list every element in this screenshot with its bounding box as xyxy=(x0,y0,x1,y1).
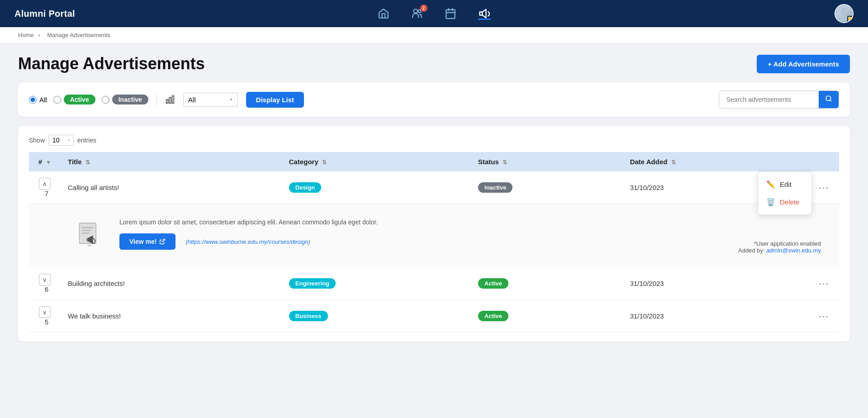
row-7-category-badge: Design xyxy=(289,182,321,193)
row-7-collapse-button[interactable]: ∧ xyxy=(39,178,51,190)
row-6-title: Building architects! xyxy=(61,267,282,300)
svg-rect-12 xyxy=(172,96,174,104)
row-7-actions-cell: ··· ✏️ Edit 🗑️ Delete xyxy=(809,171,839,204)
display-list-button[interactable]: Display List xyxy=(246,92,304,108)
row-7-more-button[interactable]: ··· xyxy=(816,181,832,194)
row-7-expanded-content-cell: AD Lorem ipsum dolor sit amet, consectet… xyxy=(29,204,839,268)
row-5-title: We talk business! xyxy=(61,300,282,332)
show-entries-select[interactable]: 10 25 50 100 xyxy=(48,135,74,146)
sort-title-icon[interactable]: ⇅ xyxy=(85,159,90,166)
svg-rect-2 xyxy=(446,10,455,19)
row-6-expand-button[interactable]: ∨ xyxy=(39,274,51,285)
row-6-actions-cell: ··· xyxy=(809,267,839,300)
row-7-view-button[interactable]: View me! xyxy=(119,233,175,250)
row-5-expand-cell: ∨ 5 xyxy=(29,300,61,332)
svg-text:AD: AD xyxy=(88,244,92,247)
row-7-expanded-text: Lorem ipsum dolor sit amet, consectetuer… xyxy=(119,218,821,250)
context-edit-item[interactable]: ✏️ Edit xyxy=(758,176,811,193)
navbar-right xyxy=(835,4,854,23)
table-row-expanded: AD Lorem ipsum dolor sit amet, consectet… xyxy=(29,204,839,268)
row-7-expanded-content: AD Lorem ipsum dolor sit amet, consectet… xyxy=(36,210,832,261)
avatar-badge xyxy=(847,16,854,23)
radio-group: All Active Inactive xyxy=(29,95,148,104)
search-button[interactable] xyxy=(819,91,839,108)
sort-category-icon[interactable]: ⇅ xyxy=(322,159,327,166)
table-row: ∧ 7 Calling all artists! Design Inactive… xyxy=(29,171,839,204)
radio-all-input[interactable] xyxy=(29,96,37,104)
row-5-status-badge: Active xyxy=(478,311,508,321)
page-header: Manage Advertisements + Add Advertisemen… xyxy=(18,54,850,73)
radio-inactive-input[interactable] xyxy=(102,96,109,104)
row-7-desc: Lorem ipsum dolor sit amet, consectetuer… xyxy=(119,218,821,227)
row-7-actions: View me! (https://www.swinburne.edu.my/c… xyxy=(119,233,821,250)
row-6-category: Engineering xyxy=(282,267,471,300)
row-7-expand-cell: ∧ 7 xyxy=(29,171,61,204)
radio-active[interactable]: Active xyxy=(53,95,95,104)
row-7-status-badge: Inactive xyxy=(478,182,512,193)
row-7-meta: *User application enabled Added by: admi… xyxy=(738,240,821,254)
breadcrumb: Home › Manage Advertisements xyxy=(0,27,868,43)
row-7-link[interactable]: (https://www.swinburne.edu.my/courses/de… xyxy=(185,238,310,245)
row-6-expand-cell: ∨ 6 xyxy=(29,267,61,300)
row-7-ad-icon: AD xyxy=(72,218,109,254)
row-7-status: Inactive xyxy=(471,171,623,204)
row-5-category-badge: Business xyxy=(289,311,328,321)
row-7-added-by-email[interactable]: admin@swin.edu.my xyxy=(766,247,821,254)
breadcrumb-separator: › xyxy=(38,32,40,38)
svg-line-14 xyxy=(830,100,831,101)
svg-point-13 xyxy=(826,96,831,101)
radio-active-input[interactable] xyxy=(53,96,61,104)
radio-inactive[interactable]: Inactive xyxy=(102,95,148,104)
add-advertisements-button[interactable]: + Add Advertisements xyxy=(757,55,850,73)
svg-rect-17 xyxy=(82,230,91,231)
svg-point-0 xyxy=(413,9,417,13)
context-delete-item[interactable]: 🗑️ Delete xyxy=(758,193,811,211)
row-7-context-menu: ✏️ Edit 🗑️ Delete xyxy=(758,171,812,215)
main-content: Manage Advertisements + Add Advertisemen… xyxy=(0,43,868,352)
row-7-title: Calling all artists! xyxy=(61,171,282,204)
home-nav-icon[interactable] xyxy=(378,8,389,19)
row-6-status: Active xyxy=(471,267,623,300)
context-delete-label: Delete xyxy=(780,198,799,206)
svg-rect-11 xyxy=(169,97,171,103)
breadcrumb-home[interactable]: Home xyxy=(18,32,34,38)
col-actions xyxy=(809,152,839,171)
radio-all[interactable]: All xyxy=(29,96,47,104)
table-row: ∨ 6 Building architects! Engineering Act… xyxy=(29,267,839,300)
col-status: Status ⇅ xyxy=(471,152,623,171)
megaphone-nav-icon[interactable] xyxy=(478,7,491,20)
navbar-center: 2 xyxy=(378,7,491,20)
svg-rect-16 xyxy=(82,227,94,228)
sort-status-icon[interactable]: ⇅ xyxy=(503,159,507,166)
col-title: Title ⇅ xyxy=(61,152,282,171)
sort-date-icon[interactable]: ⇅ xyxy=(671,159,676,166)
row-7-category: Design xyxy=(282,171,471,204)
active-badge: Active xyxy=(64,95,95,104)
context-edit-label: Edit xyxy=(780,180,792,188)
page-title: Manage Advertisements xyxy=(18,54,205,73)
navbar: Alumni Portal 2 xyxy=(0,0,868,27)
row-5-more-button[interactable]: ··· xyxy=(816,310,832,322)
entries-label: entries xyxy=(77,137,96,144)
calendar-nav-icon[interactable] xyxy=(445,8,456,19)
chart-icon xyxy=(165,95,175,104)
show-entries: Show 10 25 50 100 entries xyxy=(29,135,839,146)
search-input[interactable] xyxy=(719,92,819,107)
breadcrumb-current: Manage Advertisements xyxy=(47,32,110,38)
svg-rect-18 xyxy=(82,233,90,234)
users-nav-icon[interactable]: 2 xyxy=(411,8,423,19)
row-6-num: 6 xyxy=(45,285,48,293)
row-6-more-button[interactable]: ··· xyxy=(816,277,832,290)
table-row: ∨ 5 We talk business! Business Active 31… xyxy=(29,300,839,332)
avatar[interactable] xyxy=(835,4,854,23)
show-label: Show xyxy=(29,137,45,144)
app-brand: Alumni Portal xyxy=(14,9,75,19)
row-7-user-application: *User application enabled xyxy=(738,240,821,247)
category-select[interactable]: All Design Engineering Business xyxy=(183,93,238,107)
filter-bar: All Active Inactive All Design Engineeri… xyxy=(18,82,850,117)
row-5-expand-button[interactable]: ∨ xyxy=(39,306,51,318)
search-wrap xyxy=(719,90,839,109)
sort-num-icon[interactable]: ▼ xyxy=(46,159,51,166)
row-6-date: 31/10/2023 xyxy=(623,267,809,300)
edit-icon: ✏️ xyxy=(766,180,775,189)
